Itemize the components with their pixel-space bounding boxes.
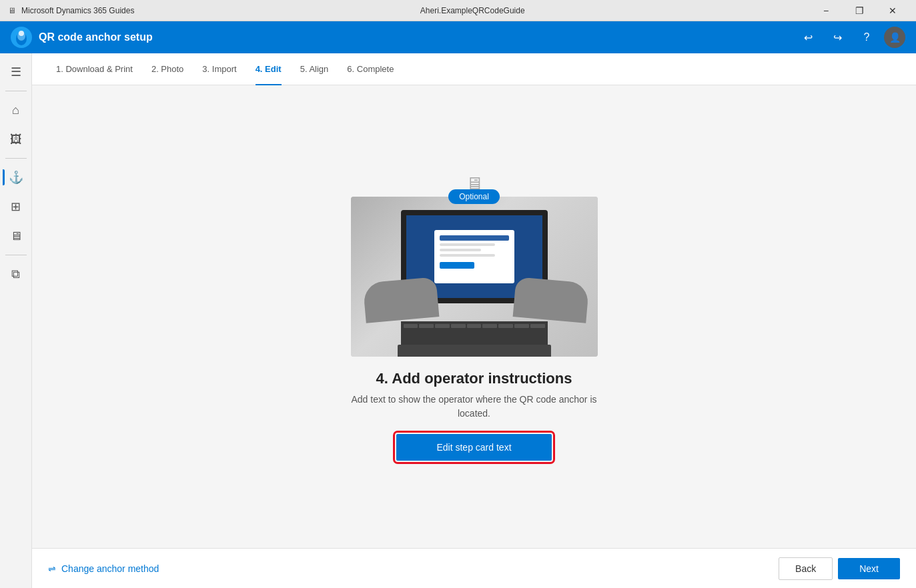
change-anchor-label: Change anchor method [61,563,159,574]
title-bar: 🖥 Microsoft Dynamics 365 Guides Aheri.Ex… [0,0,916,21]
help-button[interactable]: ? [855,25,879,49]
sidebar-divider-3 [5,255,27,255]
step-1[interactable]: 1. Download & Print [48,53,141,85]
step-description: Add text to show the operator where the … [348,393,601,421]
sidebar-item-screen[interactable]: 🖥 [3,223,29,249]
app-icon: 🖥 [8,6,16,15]
sidebar-item-grid[interactable]: ⊞ [3,193,29,220]
main-layout: ☰ ⌂ 🖼 ⚓ ⊞ 🖥 ⧉ 1. Download & Print 2. Pho… [0,53,916,588]
optional-badge: Optional [448,189,500,204]
dialog-bar [440,235,509,241]
sidebar-item-copy[interactable]: ⧉ [3,261,29,287]
undo-button[interactable]: ↩ [796,25,820,49]
sidebar-item-anchor[interactable]: ⚓ [3,164,29,191]
svg-point-3 [19,31,24,36]
laptop-bg [351,197,598,357]
illustration-wrapper: 🖥 Optional [351,173,598,357]
title-bar-controls: − ❐ ✕ [811,0,908,21]
dialog-btn [440,262,474,269]
back-button[interactable]: Back [779,557,833,580]
minimize-button[interactable]: − [811,0,841,21]
close-button[interactable]: ✕ [877,0,908,21]
next-button[interactable]: Next [838,558,900,579]
dialog-line-2 [440,249,481,251]
window-title: Aheri.ExampleQRCodeGuide [134,6,811,15]
step-6[interactable]: 6. Complete [339,53,402,85]
app-name: Microsoft Dynamics 365 Guides [21,6,134,15]
change-anchor-icon: ⇌ [48,563,56,574]
hand-right [512,277,589,323]
keyboard-area [351,300,598,357]
steps-nav: 1. Download & Print 2. Photo 3. Import 4… [32,53,916,85]
change-anchor-button[interactable]: ⇌ Change anchor method [48,563,159,574]
dialog-line-3 [440,254,495,257]
step-5[interactable]: 5. Align [292,53,337,85]
sidebar-item-image[interactable]: 🖼 [3,126,29,153]
sidebar: ☰ ⌂ 🖼 ⚓ ⊞ 🖥 ⧉ [0,53,32,588]
screen-dialog [434,230,514,283]
avatar-button[interactable]: 👤 [884,27,905,48]
laptop-illustration [351,197,598,357]
sidebar-divider-1 [5,91,27,91]
step-heading: 4. Add operator instructions [376,370,572,387]
main-content: 🖥 Optional [32,85,916,548]
sidebar-divider-2 [5,158,27,159]
app-header-right: ↩ ↪ ? 👤 [796,25,905,49]
step-3[interactable]: 3. Import [194,53,244,85]
footer-right: Back Next [779,557,900,580]
sidebar-item-home[interactable]: ⌂ [3,97,29,123]
dialog-line-1 [440,243,495,246]
redo-button[interactable]: ↪ [825,25,849,49]
app-header-title: QR code anchor setup [39,31,153,43]
sidebar-item-menu[interactable]: ☰ [3,59,29,85]
app-header-left: QR code anchor setup [11,27,153,48]
footer: ⇌ Change anchor method Back Next [32,548,916,588]
step-2[interactable]: 2. Photo [143,53,191,85]
keyboard-base [398,345,551,357]
keyboard-keys [401,321,548,345]
content-area: 1. Download & Print 2. Photo 3. Import 4… [32,53,916,588]
hand-left [362,277,439,323]
restore-button[interactable]: ❐ [844,0,875,21]
app-logo [11,27,32,48]
step-4[interactable]: 4. Edit [248,53,290,85]
app-header: QR code anchor setup ↩ ↪ ? 👤 [0,21,916,53]
edit-step-card-button[interactable]: Edit step card text [396,434,551,461]
title-bar-left: 🖥 Microsoft Dynamics 365 Guides [8,6,134,15]
